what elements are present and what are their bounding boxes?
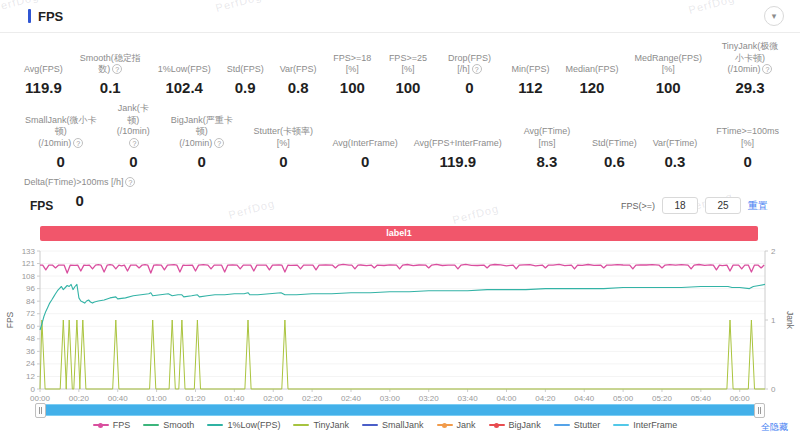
info-icon[interactable]: ?: [73, 138, 83, 148]
datazoom-scrollbar[interactable]: [39, 404, 761, 416]
legend-marker: [143, 424, 159, 426]
stat-label: Min(FPS): [511, 64, 549, 76]
stat-value: 8.3: [518, 153, 576, 170]
reset-link[interactable]: 重置: [748, 199, 768, 213]
stat-value: 0: [713, 153, 782, 170]
panel-header: FPS ▾: [0, 0, 800, 33]
info-icon[interactable]: ?: [129, 138, 139, 148]
x-axis-tick-label: 05:20: [652, 394, 673, 403]
stat-label: Smooth(稳定指数)?: [79, 53, 142, 76]
stat-value: 0.1: [79, 79, 142, 96]
x-axis-tick-label: 03:20: [419, 394, 440, 403]
stat-value: 100: [634, 79, 702, 96]
stat-value: 0: [444, 79, 496, 96]
stats-grid: Avg(FPS)119.9Smooth(稳定指数)?0.11%Low(FPS)1…: [0, 33, 800, 216]
series-fps: [40, 264, 764, 273]
legend-item-stutter[interactable]: Stutter: [554, 420, 601, 430]
toggle-all-series-link[interactable]: 全隐藏: [761, 421, 788, 434]
info-icon[interactable]: ?: [112, 64, 122, 74]
stat-label: Std(FPS): [227, 64, 264, 76]
stat-value: 29.3: [718, 79, 782, 96]
legend-marker-dot: [98, 423, 103, 428]
stat-cell: Avg(FTime) [ms]8.3: [510, 126, 584, 169]
legend-label: Jank: [457, 420, 476, 430]
left-axis-tick-label: 133: [22, 247, 36, 256]
datazoom-left-handle[interactable]: [35, 403, 46, 418]
stat-value: 0.9: [227, 79, 264, 96]
stat-cell: Median(FPS)120: [557, 64, 626, 96]
x-axis-tick-label: 05:40: [691, 394, 712, 403]
x-axis-tick-label: 01:40: [224, 394, 245, 403]
x-axis-tick-label: 04:40: [574, 394, 595, 403]
stat-label: Drop(FPS) [/h]?: [444, 53, 496, 76]
stat-cell: FTime>=100ms [%]0: [705, 126, 790, 169]
chart-header: FPS FPS(>=) 重置: [30, 197, 768, 214]
stat-label: FPS>=18 [%]: [333, 53, 373, 76]
perfdog-fps-panel: PerfDog PerfDog PerfDog PerfDog PerfDog …: [0, 0, 800, 437]
info-icon[interactable]: ?: [214, 138, 224, 148]
stat-label: SmallJank(微小卡顿) (/10min)?: [24, 115, 98, 150]
left-axis-tick-label: 72: [26, 309, 35, 318]
stat-value: 119.9: [414, 153, 502, 170]
legend-marker-dot: [494, 423, 499, 428]
legend-label: 1%Low(FPS): [227, 420, 280, 430]
x-axis-tick-label: 03:00: [380, 394, 401, 403]
fps-threshold-min-input[interactable]: [662, 197, 698, 214]
stat-value: 112: [511, 79, 549, 96]
left-axis-tick-label: 96: [26, 284, 35, 293]
x-axis-tick-label: 03:40: [458, 394, 479, 403]
stat-label: Std(FTime): [592, 138, 637, 150]
stat-label: Avg(InterFrame): [332, 138, 397, 150]
right-axis-tick-label: 0: [771, 385, 776, 394]
stat-label: BigJank(严重卡顿) (/10min)?: [169, 115, 234, 150]
stat-value: 102.4: [158, 79, 211, 96]
stat-value: 0: [24, 153, 98, 170]
collapse-panel-button[interactable]: ▾: [764, 6, 784, 26]
stat-value: 0: [250, 153, 316, 170]
stat-cell: FPS>=25 [%]100: [380, 53, 436, 96]
x-axis-tick-label: 02:40: [341, 394, 362, 403]
stats-row-2: SmallJank(微小卡顿) (/10min)?0Jank(卡顿) (/10m…: [16, 103, 790, 170]
left-axis-tick-label: 60: [26, 322, 35, 331]
caret-down-icon: ▾: [772, 11, 777, 21]
legend-label: BigJank: [509, 420, 541, 430]
legend-item-1-low-fps-[interactable]: 1%Low(FPS): [207, 420, 280, 430]
legend-item-interframe[interactable]: InterFrame: [613, 420, 677, 430]
stat-value: 119.9: [24, 79, 63, 96]
stat-value: 0: [332, 153, 397, 170]
legend-item-smalljank[interactable]: SmallJank: [362, 420, 424, 430]
x-axis-tick-label: 00:20: [69, 394, 90, 403]
info-icon[interactable]: ?: [472, 64, 482, 74]
left-axis-tick-label: 121: [22, 259, 36, 268]
x-axis-tick-label: 01:00: [147, 394, 168, 403]
legend-item-fps[interactable]: FPS: [93, 420, 131, 430]
legend-label: Smooth: [163, 420, 194, 430]
stat-label: Median(FPS): [565, 64, 618, 76]
legend-marker: [554, 424, 570, 426]
stat-cell: TinyJank(极微小卡顿) (/10min)?29.3: [710, 41, 790, 96]
datazoom-right-handle[interactable]: [754, 403, 765, 418]
stat-value: 0.6: [592, 153, 637, 170]
legend-item-bigjank[interactable]: BigJank: [489, 420, 541, 430]
stat-value: 0.3: [653, 153, 698, 170]
stat-cell: Std(FTime)0.6: [584, 138, 645, 170]
right-axis-tick-label: 2: [771, 247, 776, 256]
info-icon[interactable]: ?: [762, 64, 772, 74]
stat-cell: Avg(FPS)119.9: [16, 64, 71, 96]
stat-value: 0: [114, 153, 154, 170]
chart-title: FPS: [30, 199, 53, 213]
fps-threshold-max-input[interactable]: [705, 197, 741, 214]
stat-cell: MedRange(FPS)[%]100: [626, 53, 710, 96]
stat-value: 0: [169, 153, 234, 170]
series-1-low-fps: [40, 284, 765, 330]
stat-cell: Var(FPS)0.8: [272, 64, 325, 96]
legend-item-tinyjank[interactable]: TinyJank: [293, 420, 349, 430]
stat-cell: Drop(FPS) [/h]?0: [436, 53, 504, 96]
info-icon[interactable]: ?: [125, 177, 135, 187]
left-axis-tick-label: 36: [26, 347, 35, 356]
stat-cell: 1%Low(FPS)102.4: [150, 64, 219, 96]
legend-item-jank[interactable]: Jank: [437, 420, 476, 430]
panel-title: FPS: [38, 9, 764, 24]
legend-item-smooth[interactable]: Smooth: [143, 420, 194, 430]
legend-marker: [613, 424, 629, 426]
